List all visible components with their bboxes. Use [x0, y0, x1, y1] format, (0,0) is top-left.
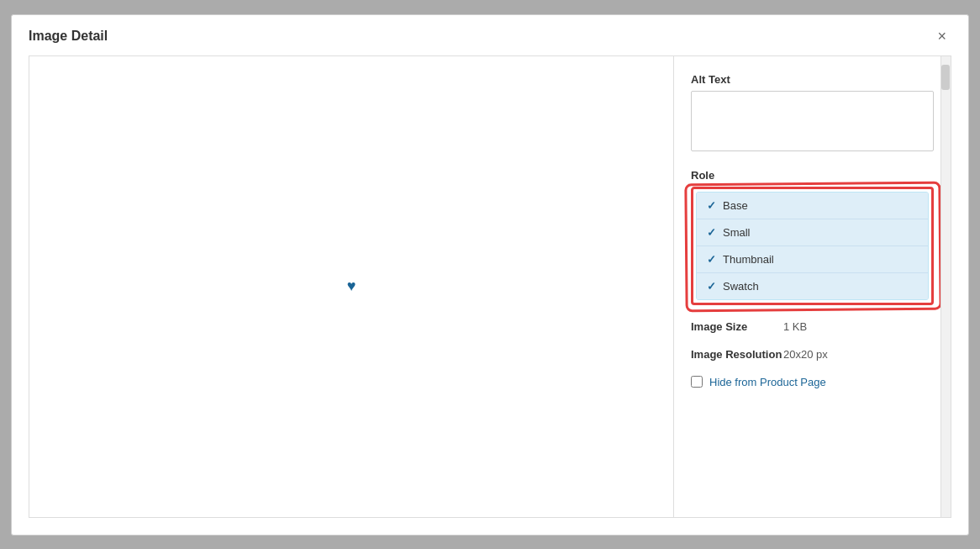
modal-title: Image Detail [29, 29, 108, 44]
modal-header: Image Detail × [12, 15, 968, 55]
role-item-swatch[interactable]: ✓ Swatch [697, 273, 928, 299]
hide-from-product-section: Hide from Product Page [691, 376, 934, 388]
image-preview-area: ♥ [29, 56, 673, 517]
hide-from-product-checkbox[interactable] [691, 376, 703, 388]
check-swatch-icon: ✓ [707, 280, 716, 293]
role-section: Role ✓ Base ✓ Small ✓ [691, 169, 934, 305]
role-swatch-label: Swatch [723, 280, 759, 293]
alt-text-input[interactable] [691, 91, 934, 151]
image-resolution-value: 20x20 px [783, 348, 828, 361]
alt-text-label: Alt Text [691, 73, 934, 86]
hide-from-product-label[interactable]: Hide from Product Page [709, 376, 826, 388]
role-small-label: Small [723, 226, 751, 239]
role-list: ✓ Base ✓ Small ✓ Thumbnail [696, 192, 929, 300]
modal-body: ♥ Alt Text Role ✓ Base [29, 55, 951, 518]
image-size-row: Image Size 1 KB [691, 320, 934, 333]
alt-text-section: Alt Text [691, 73, 934, 154]
check-small-icon: ✓ [707, 226, 716, 239]
role-base-label: Base [723, 199, 748, 212]
check-base-icon: ✓ [707, 199, 716, 212]
image-size-label: Image Size [691, 320, 783, 333]
close-button[interactable]: × [932, 27, 951, 45]
image-detail-modal: Image Detail × ♥ Alt Text Role [11, 14, 969, 536]
image-resolution-row: Image Resolution 20x20 px [691, 348, 934, 361]
scrollbar-track [940, 56, 951, 517]
check-thumbnail-icon: ✓ [707, 253, 716, 266]
image-size-value: 1 KB [783, 320, 807, 333]
role-item-small[interactable]: ✓ Small [697, 219, 928, 246]
scrollbar-thumb[interactable] [941, 65, 950, 90]
image-resolution-label: Image Resolution [691, 348, 783, 361]
role-thumbnail-label: Thumbnail [723, 253, 774, 266]
modal-overlay: Image Detail × ♥ Alt Text Role [0, 0, 980, 549]
role-item-thumbnail[interactable]: ✓ Thumbnail [697, 246, 928, 273]
heart-icon: ♥ [347, 277, 356, 295]
role-label: Role [691, 169, 934, 182]
right-panel: Alt Text Role ✓ Base ✓ [673, 56, 951, 517]
role-list-wrapper: ✓ Base ✓ Small ✓ Thumbnail [691, 187, 934, 305]
role-item-base[interactable]: ✓ Base [697, 193, 928, 219]
